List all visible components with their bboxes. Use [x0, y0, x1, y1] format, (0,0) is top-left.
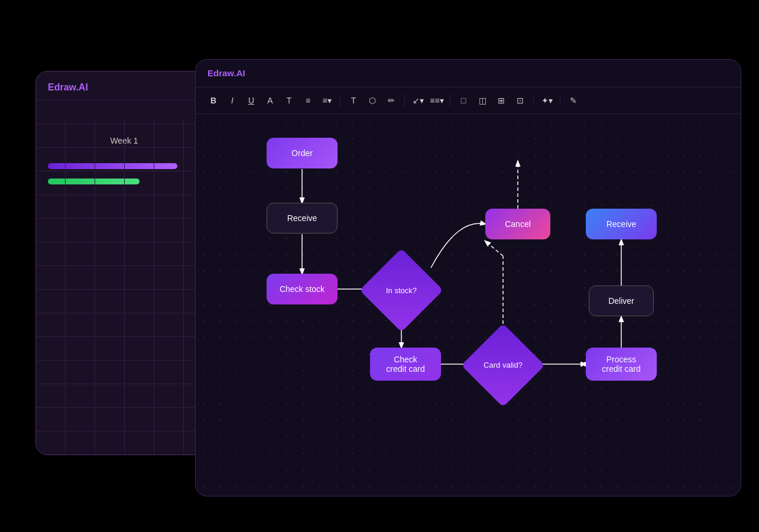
toolbar-sep-1: [340, 95, 340, 106]
toolbar-lines[interactable]: ≡≡▾: [429, 92, 445, 109]
toolbar: B I U A T ≡ ≡▾ T ⬡ ✏ ↙▾ ≡≡▾ □ ◫ ⊞ ⊡ ✦▾ ✎: [196, 87, 741, 114]
node-cancel[interactable]: Cancel: [485, 209, 550, 239]
node-card-valid-diamond[interactable]: Card valid?: [473, 336, 533, 395]
node-order[interactable]: Order: [267, 138, 338, 168]
main-card-brand: Edraw.AI: [207, 68, 245, 78]
flowchart-svg: [196, 114, 741, 496]
diamond-label-valid: Card valid?: [484, 361, 523, 371]
svg-line-10: [485, 241, 503, 256]
flowchart-canvas: Order Receive Check stock In stock? Canc…: [196, 114, 741, 496]
toolbar-underline[interactable]: U: [243, 92, 260, 109]
diamond-label: In stock?: [386, 286, 417, 295]
toolbar-sep-3: [450, 95, 450, 106]
background-card: Edraw.AI Week 1: [35, 71, 213, 455]
node-deliver[interactable]: Deliver: [589, 286, 654, 316]
toolbar-bold[interactable]: B: [205, 92, 222, 109]
node-check-cc[interactable]: Check credit card: [370, 348, 441, 381]
toolbar-text2[interactable]: T: [345, 92, 362, 109]
node-receive-bottom[interactable]: Receive: [586, 209, 657, 239]
node-process-cc[interactable]: Process credit card: [586, 348, 657, 381]
toolbar-align[interactable]: ≡: [300, 92, 316, 109]
node-in-stock-diamond[interactable]: In stock?: [372, 261, 431, 320]
toolbar-sep-2: [404, 95, 405, 106]
toolbar-crop[interactable]: ⊡: [512, 92, 528, 109]
toolbar-pen[interactable]: ✏: [383, 92, 400, 109]
toolbar-font-color[interactable]: A: [262, 92, 278, 109]
toolbar-connector[interactable]: ↙▾: [410, 92, 426, 109]
main-card-header: Edraw.AI: [196, 60, 741, 87]
toolbar-sep-5: [560, 95, 560, 106]
toolbar-align-options[interactable]: ≡▾: [319, 92, 335, 109]
toolbar-italic[interactable]: I: [224, 92, 241, 109]
node-check-stock[interactable]: Check stock: [267, 274, 338, 304]
toolbar-box[interactable]: □: [455, 92, 472, 109]
bg-card-brand: Edraw.AI: [48, 82, 88, 92]
toolbar-shape[interactable]: ⬡: [364, 92, 381, 109]
toolbar-sep-4: [533, 95, 534, 106]
node-receive-top[interactable]: Receive: [267, 203, 338, 233]
toolbar-edit[interactable]: ✎: [565, 92, 582, 109]
toolbar-star[interactable]: ✦▾: [539, 92, 555, 109]
bg-card-header: Edraw.AI: [36, 72, 212, 100]
main-card: Edraw.AI B I U A T ≡ ≡▾ T ⬡ ✏ ↙▾ ≡≡▾ □ ◫…: [195, 59, 741, 497]
toolbar-box2[interactable]: ◫: [474, 92, 491, 109]
toolbar-align-h[interactable]: ⊞: [493, 92, 510, 109]
toolbar-text[interactable]: T: [281, 92, 297, 109]
